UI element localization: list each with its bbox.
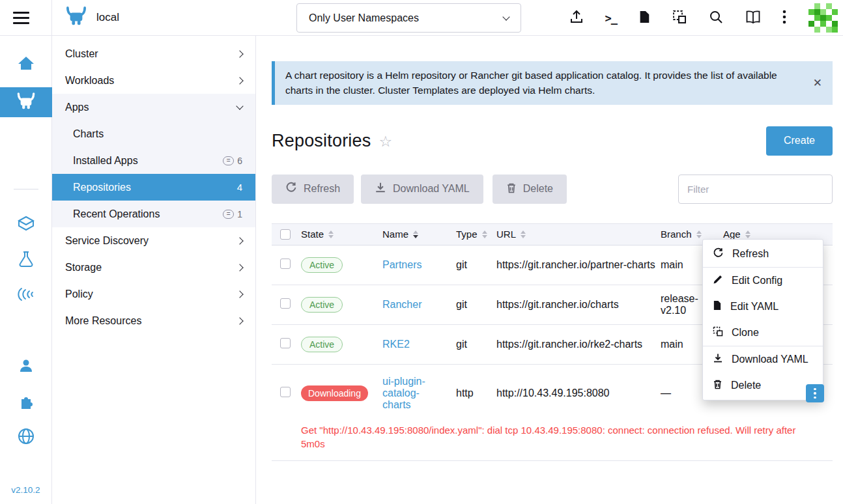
repo-name-link[interactable]: RKE2 xyxy=(382,339,410,350)
row-actions-button[interactable] xyxy=(806,384,824,402)
sidebar-item-label: Installed Apps xyxy=(73,155,138,167)
clone-icon xyxy=(713,326,723,339)
sort-icon xyxy=(521,231,526,238)
status-badge: Active xyxy=(301,257,343,273)
users-button[interactable] xyxy=(18,358,34,376)
menu-item-label: Refresh xyxy=(732,248,769,260)
search-icon xyxy=(708,9,724,27)
namespace-count-icon: = xyxy=(223,210,234,219)
menu-item-clone[interactable]: Clone xyxy=(703,320,823,346)
sidebar-item-storage[interactable]: Storage xyxy=(52,254,255,281)
row-checkbox[interactable] xyxy=(280,298,291,309)
column-header-url[interactable]: URL xyxy=(496,229,661,240)
sidebar-item-charts[interactable]: Charts xyxy=(52,120,255,147)
row-checkbox[interactable] xyxy=(280,259,291,269)
select-all-checkbox[interactable] xyxy=(280,229,291,240)
sidebar-item-service-discovery[interactable]: Service Discovery xyxy=(52,227,255,254)
delete-button[interactable]: Delete xyxy=(493,175,567,204)
menu-item-label: Delete xyxy=(731,380,761,391)
menu-item-edit-config[interactable]: Edit Config xyxy=(703,268,823,294)
refresh-button[interactable]: Refresh xyxy=(272,175,354,204)
cell-url: http://10.43.49.195:8080 xyxy=(496,382,661,404)
repo-name-link[interactable]: Rancher xyxy=(382,299,422,310)
home-button[interactable] xyxy=(18,55,35,73)
download-yaml-button[interactable]: Download YAML xyxy=(361,175,483,204)
column-header-branch[interactable]: Branch xyxy=(661,229,723,240)
view-yaml-button[interactable] xyxy=(638,9,651,27)
menu-item-refresh[interactable]: Refresh xyxy=(703,241,823,267)
count-value: 4 xyxy=(237,182,242,193)
sidebar-item-installed-apps[interactable]: Installed Apps = 6 xyxy=(52,147,255,174)
header-icon-group: >_ xyxy=(569,0,838,36)
menu-item-download-yaml[interactable]: Download YAML xyxy=(703,346,823,372)
button-label: Refresh xyxy=(304,183,340,195)
repo-name-link[interactable]: Partners xyxy=(382,259,422,270)
cluster-management-button[interactable] xyxy=(18,216,35,233)
column-label: Branch xyxy=(661,229,692,240)
header-kebab-button[interactable] xyxy=(782,9,786,27)
global-settings-button[interactable] xyxy=(18,428,35,447)
rail-item-apps-active[interactable] xyxy=(0,87,52,117)
row-checkbox[interactable] xyxy=(280,338,291,348)
hamburger-menu-icon[interactable] xyxy=(13,12,29,24)
sidebar-item-recent-operations[interactable]: Recent Operations = 1 xyxy=(52,201,255,227)
namespace-filter-select[interactable]: Only User Namespaces xyxy=(296,3,521,33)
sort-icon xyxy=(328,231,334,238)
extensions-button[interactable] xyxy=(18,393,34,411)
cluster-logo-area[interactable]: local xyxy=(65,7,119,29)
menu-item-label: Edit YAML xyxy=(730,301,779,313)
user-avatar[interactable] xyxy=(808,3,838,33)
trash-icon xyxy=(713,379,722,392)
row-context-menu: Refresh Edit Config Edit YAML Clone xyxy=(702,239,823,400)
sidebar-item-label: Charts xyxy=(73,128,104,140)
cell-url: https://git.rancher.io/charts xyxy=(496,294,661,316)
globe-icon xyxy=(18,428,35,447)
repo-name-link[interactable]: ui-plugin-catalog-charts xyxy=(382,376,425,410)
docs-button[interactable] xyxy=(745,9,762,27)
count-value: 1 xyxy=(237,209,242,219)
resource-count: = 1 xyxy=(223,209,242,219)
sidebar-item-cluster[interactable]: Cluster xyxy=(52,40,255,67)
flask-icon xyxy=(18,251,34,270)
count-value: 6 xyxy=(237,156,242,166)
bulk-actions-row: Refresh Download YAML Delete xyxy=(272,175,833,204)
sidebar-item-more-resources[interactable]: More Resources xyxy=(52,307,255,334)
sidebar-item-label: Apps xyxy=(65,102,89,113)
menu-item-edit-yaml[interactable]: Edit YAML xyxy=(703,294,823,320)
button-label: Delete xyxy=(523,183,553,195)
search-button[interactable] xyxy=(708,9,724,27)
sidebar-item-workloads[interactable]: Workloads xyxy=(52,67,255,94)
cell-url: https://git.rancher.io/partner-charts xyxy=(496,254,661,276)
copy-snippet-icon xyxy=(672,9,687,27)
resource-count: = 6 xyxy=(223,156,242,166)
filter-input[interactable] xyxy=(678,175,833,204)
icon-rail: v2.10.2 xyxy=(0,36,52,504)
column-header-state[interactable]: State xyxy=(301,229,382,240)
page-title: Repositories xyxy=(272,131,371,151)
import-yaml-button[interactable] xyxy=(569,9,584,27)
menu-item-delete[interactable]: Delete xyxy=(703,372,823,399)
column-header-name[interactable]: Name xyxy=(382,229,456,240)
sidebar-item-policy[interactable]: Policy xyxy=(52,281,255,307)
cell-type: http xyxy=(456,382,496,404)
column-header-age[interactable]: Age xyxy=(723,229,800,240)
chevron-right-icon xyxy=(236,77,243,84)
snippet-button[interactable] xyxy=(672,9,687,27)
kebab-icon xyxy=(782,9,786,27)
info-banner: A chart repository is a Helm repository … xyxy=(272,61,833,105)
fleet-button[interactable] xyxy=(17,286,35,305)
column-header-type[interactable]: Type xyxy=(456,229,496,240)
file-icon xyxy=(638,9,651,27)
row-checkbox[interactable] xyxy=(280,387,291,397)
lab-button[interactable] xyxy=(18,251,34,270)
create-button[interactable]: Create xyxy=(766,126,833,156)
sidebar-item-label: Recent Operations xyxy=(73,208,160,220)
sidebar-item-repositories[interactable]: Repositories 4 xyxy=(52,174,255,201)
close-icon[interactable]: ✕ xyxy=(813,76,822,90)
sidebar-item-label: Storage xyxy=(65,262,102,273)
favorite-star-icon[interactable]: ☆ xyxy=(379,133,392,150)
sidebar-item-apps[interactable]: Apps xyxy=(52,94,255,120)
kubectl-shell-button[interactable]: >_ xyxy=(605,12,617,25)
sidebar-item-label: Policy xyxy=(65,288,93,300)
menu-item-label: Download YAML xyxy=(732,354,808,365)
